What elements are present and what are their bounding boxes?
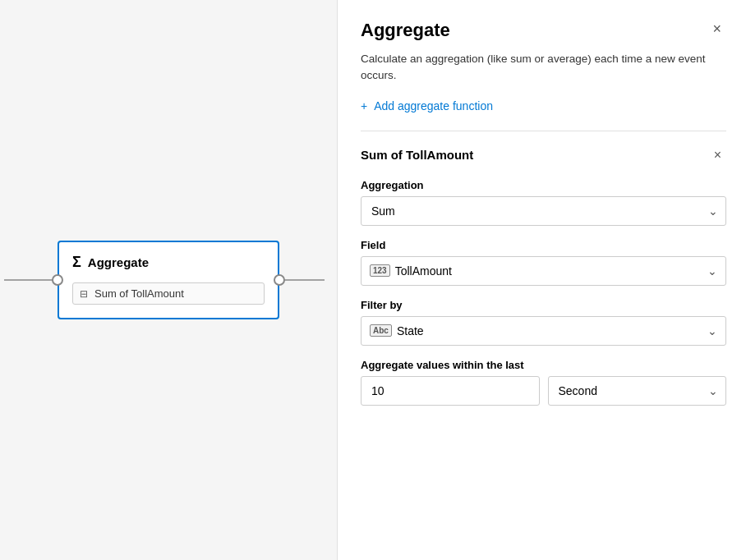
left-connector-dot bbox=[52, 274, 63, 286]
window-unit-dropdown-wrapper: Second Minute Hour Day ⌄ bbox=[548, 376, 727, 406]
function-title: Sum of TollAmount bbox=[361, 148, 473, 162]
aggregation-label: Aggregation bbox=[361, 179, 726, 191]
function-header: Sum of TollAmount × bbox=[361, 146, 726, 164]
aggregate-node: Σ Aggregate ⊟ Sum of TollAmount bbox=[58, 241, 279, 319]
field-label: Field bbox=[361, 239, 726, 251]
filter-chevron-icon: ⌄ bbox=[707, 324, 717, 337]
panel-title: Aggregate bbox=[361, 20, 450, 41]
add-aggregate-function-button[interactable]: + Add aggregate function bbox=[361, 99, 493, 112]
panel-close-button[interactable]: × bbox=[707, 20, 726, 38]
add-icon: + bbox=[361, 99, 367, 112]
side-panel: Aggregate × Calculate an aggregation (li… bbox=[337, 0, 746, 560]
filter-label: Filter by bbox=[361, 299, 726, 311]
filter-dropdown-wrapper[interactable]: Abc State ⌄ bbox=[361, 316, 726, 346]
node-output-label: Sum of TollAmount bbox=[94, 287, 184, 300]
sigma-icon: Σ bbox=[72, 254, 81, 271]
window-value-input[interactable] bbox=[361, 376, 540, 406]
field-dropdown-wrapper[interactable]: 123 TollAmount ⌄ bbox=[361, 256, 726, 286]
panel-description: Calculate an aggregation (like sum or av… bbox=[361, 51, 726, 85]
window-row: Second Minute Hour Day ⌄ bbox=[361, 376, 726, 406]
panel-header: Aggregate × bbox=[361, 20, 726, 41]
node-title-label: Aggregate bbox=[88, 255, 149, 269]
section-divider bbox=[361, 131, 726, 131]
filter-dropdown[interactable]: Abc State ⌄ bbox=[361, 316, 726, 346]
filter-type-badge: Abc bbox=[370, 324, 392, 337]
field-type-badge: 123 bbox=[370, 264, 390, 277]
field-value: TollAmount bbox=[395, 264, 452, 278]
node-output: ⊟ Sum of TollAmount bbox=[72, 282, 265, 305]
field-dropdown[interactable]: 123 TollAmount ⌄ bbox=[361, 256, 726, 286]
field-icon: ⊟ bbox=[80, 288, 88, 300]
window-unit-dropdown[interactable]: Second Minute Hour Day bbox=[548, 376, 727, 406]
function-section: Sum of TollAmount × Aggregation Sum Aver… bbox=[361, 146, 726, 406]
node-title: Σ Aggregate bbox=[72, 254, 265, 271]
field-chevron-icon: ⌄ bbox=[707, 264, 717, 278]
filter-value: State bbox=[397, 324, 424, 337]
window-label: Aggregate values within the last bbox=[361, 359, 726, 371]
right-connector-dot bbox=[274, 274, 285, 286]
aggregation-dropdown[interactable]: Sum Average Count Min Max bbox=[361, 196, 726, 226]
aggregation-dropdown-wrapper: Sum Average Count Min Max ⌄ bbox=[361, 196, 726, 226]
remove-function-button[interactable]: × bbox=[709, 146, 726, 164]
add-function-label: Add aggregate function bbox=[374, 99, 493, 112]
canvas-area: Σ Aggregate ⊟ Sum of TollAmount bbox=[0, 0, 337, 560]
window-value-wrapper bbox=[361, 376, 540, 406]
